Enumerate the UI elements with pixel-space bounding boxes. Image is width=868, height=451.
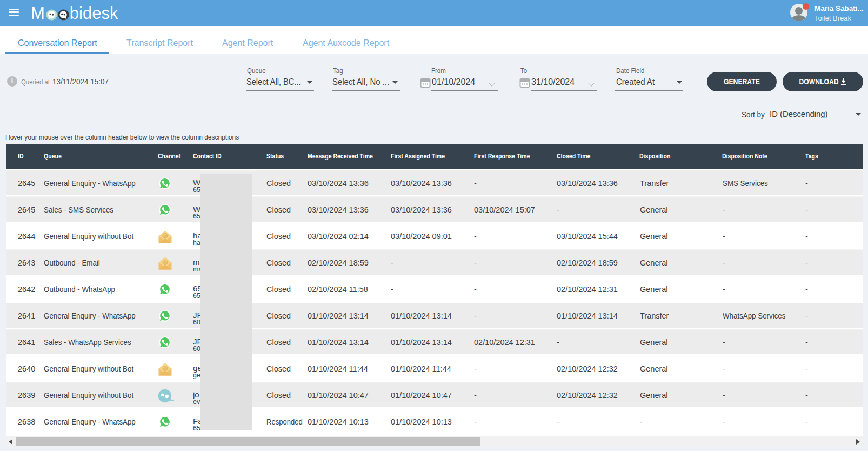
svg-text:@: @ — [163, 234, 167, 238]
svg-text:@: @ — [163, 260, 167, 265]
svg-text:@: @ — [163, 366, 167, 371]
